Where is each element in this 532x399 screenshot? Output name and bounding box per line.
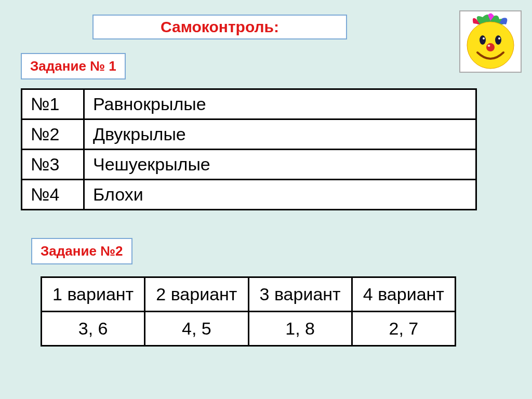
task2-table: 1 вариант 2 вариант 3 вариант 4 вариант … <box>41 276 456 347</box>
row-num: №1 <box>22 89 84 119</box>
svg-point-2 <box>480 35 486 45</box>
row-name: Равнокрылые <box>84 89 476 119</box>
table-row: №4 Блохи <box>22 180 476 210</box>
variant-header: 2 вариант <box>145 277 248 312</box>
svg-point-7 <box>488 45 490 47</box>
variant-value: 3, 6 <box>42 312 145 346</box>
row-num: №3 <box>22 150 84 180</box>
table-row: 1 вариант 2 вариант 3 вариант 4 вариант <box>42 277 456 312</box>
svg-point-5 <box>498 37 500 39</box>
row-num: №2 <box>22 119 84 150</box>
row-num: №4 <box>22 180 84 210</box>
table-row: 3, 6 4, 5 1, 8 2, 7 <box>42 312 456 346</box>
svg-point-4 <box>483 37 485 39</box>
variant-header: 4 вариант <box>352 277 455 312</box>
page-title-box: Самоконтроль: <box>92 15 347 39</box>
variant-value: 4, 5 <box>145 312 248 346</box>
task2-label: Задание №2 <box>31 238 132 264</box>
variant-header: 1 вариант <box>42 277 145 312</box>
svg-point-6 <box>486 43 495 51</box>
table-row: №3 Чешуекрылые <box>22 150 476 180</box>
row-name: Чешуекрылые <box>84 150 476 180</box>
smiley-icon <box>462 13 519 70</box>
variant-value: 1, 8 <box>248 312 352 346</box>
svg-point-3 <box>495 35 501 45</box>
table-row: №1 Равнокрылые <box>22 89 476 119</box>
smiley-image <box>459 10 522 73</box>
table-row: №2 Двукрылые <box>22 119 476 150</box>
page-title: Самоконтроль: <box>161 18 279 36</box>
variant-value: 2, 7 <box>352 312 455 346</box>
task1-table: №1 Равнокрылые №2 Двукрылые №3 Чешуекрыл… <box>21 88 477 210</box>
row-name: Двукрылые <box>84 119 476 150</box>
task1-label: Задание № 1 <box>21 53 126 79</box>
variant-header: 3 вариант <box>248 277 352 312</box>
row-name: Блохи <box>84 180 476 210</box>
